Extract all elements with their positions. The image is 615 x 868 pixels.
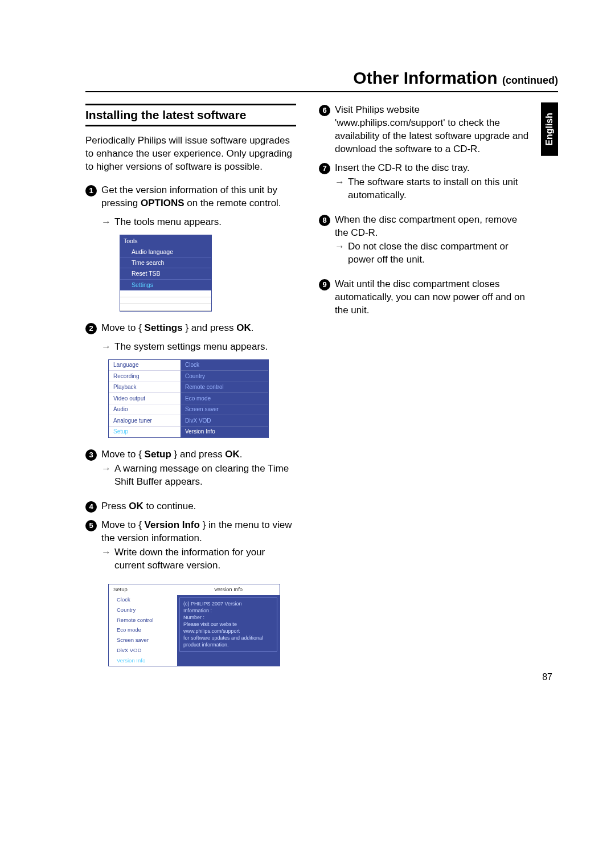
settings-right-item: Eco mode (181, 393, 268, 404)
step-2-bold-2: OK (236, 322, 251, 333)
step-4-text-b: to continue. (144, 501, 196, 511)
step-number-icon: 1 (85, 185, 97, 196)
version-left-item: Remote control (109, 615, 177, 625)
step-5: 5 Move to { Version Info } in the menu t… (85, 519, 296, 578)
step-3-bold-1: Setup (145, 449, 171, 460)
version-info-line: for software updates and additional (183, 634, 273, 641)
arrow-icon: → (335, 240, 345, 253)
step-number-icon: 2 (85, 323, 97, 334)
step-2-bold-1: Settings (145, 322, 183, 333)
arrow-icon: → (335, 176, 345, 189)
step-2-text-a: Move to { (101, 322, 145, 333)
step-4-text-a: Press (101, 501, 129, 511)
right-column: 6 Visit Philips website 'www.philips.com… (319, 104, 558, 677)
page-number: 87 (542, 672, 552, 682)
step-3-text-b: } and press (171, 449, 226, 460)
step-9-text: Wait until the disc compartment closes a… (335, 278, 530, 317)
step-8-text: When the disc compartment open, remove t… (335, 214, 517, 238)
step-number-icon: 9 (319, 279, 330, 290)
tools-item: Reset TSB (120, 268, 211, 279)
version-info-box: (c) PHILIPS 2007 Version Information : N… (179, 597, 277, 652)
settings-right-item-selected: Version Info (181, 427, 268, 438)
version-info-line: Information : (183, 607, 273, 614)
step-3: 3 Move to { Setup } and press OK. → A wa… (85, 448, 296, 494)
settings-left-item: Recording (109, 371, 181, 382)
version-left-item-selected: Version Info (109, 656, 177, 666)
step-8-arrow-text: Do not close the disc compartment or pow… (348, 240, 530, 267)
step-5-arrow-text: Write down the information for your curr… (114, 546, 296, 572)
arrow-icon: → (101, 341, 111, 354)
settings-left-item: Language (109, 360, 181, 371)
settings-right-item: DivX VOD (181, 415, 268, 427)
step-number-icon: 8 (319, 215, 330, 226)
version-info-line: product information. (183, 641, 273, 648)
settings-left-item: Playback (109, 382, 181, 394)
step-7: 7 Insert the CD-R to the disc tray. → Th… (319, 162, 530, 208)
step-number-icon: 6 (319, 105, 330, 116)
step-number-icon: 7 (319, 163, 330, 174)
step-2: 2 Move to { Settings } and press OK. (85, 322, 296, 335)
section-heading: Installing the latest software (85, 104, 296, 126)
page-title: Other Information (continued) (85, 68, 558, 92)
version-left-header: Setup (109, 584, 177, 595)
step-number-icon: 5 (85, 520, 97, 531)
step-1-text-b: on the remote control. (184, 198, 281, 208)
version-left-item: DivX VOD (109, 646, 177, 656)
step-3-arrow-text: A warning message on clearing the Time S… (114, 462, 296, 489)
step-4: 4 Press OK to continue. (85, 500, 296, 513)
version-info-line: (c) PHILIPS 2007 Version (183, 600, 273, 607)
step-2-text-b: } and press (183, 322, 237, 333)
version-left-item: Clock (109, 595, 177, 605)
settings-right-item: Remote control (181, 382, 268, 394)
settings-right-item: Country (181, 371, 268, 382)
arrow-icon: → (101, 216, 111, 229)
settings-left-item: Audio (109, 404, 181, 416)
tools-item: Audio language (120, 247, 211, 257)
settings-left-item: Analogue tuner (109, 415, 181, 427)
step-1-bold: OPTIONS (141, 198, 184, 208)
version-right-header: Version Info (177, 584, 280, 595)
version-info-line: Number : (183, 614, 273, 621)
step-7-arrow-text: The software starts to install on this u… (348, 176, 530, 202)
arrow-icon: → (101, 546, 111, 559)
version-left-item: Country (109, 605, 177, 615)
version-left-item: Screen saver (109, 636, 177, 646)
step-2-text-c: . (251, 322, 254, 333)
language-tab: English (541, 103, 558, 156)
step-5-text-a: Move to { (101, 519, 145, 530)
step-9: 9 Wait until the disc compartment closes… (319, 278, 530, 317)
settings-left-item: Video output (109, 393, 181, 404)
version-info-line: Please visit our website (183, 621, 273, 628)
step-1: 1 Get the version information of this un… (85, 184, 296, 210)
step-4-bold: OK (129, 501, 144, 511)
settings-right-item: Clock (181, 360, 268, 371)
left-column: Installing the latest software Periodica… (85, 104, 296, 677)
step-6-text: Visit Philips website 'www.philips.com/s… (335, 104, 530, 156)
page-title-continued: (continued) (502, 75, 558, 86)
step-1-arrow-text: The tools menu appears. (114, 216, 222, 229)
step-number-icon: 4 (85, 501, 97, 513)
version-info-line: www.philips.com/support (183, 628, 273, 634)
step-number-icon: 3 (85, 449, 97, 461)
step-3-text-c: . (240, 449, 243, 460)
step-8: 8 When the disc compartment open, remove… (319, 214, 530, 273)
step-2-result: → The system settings menu appears. (85, 341, 296, 354)
settings-right-item: Screen saver (181, 404, 268, 416)
arrow-icon: → (101, 462, 111, 476)
tools-item: Time search (120, 257, 211, 268)
step-7-text: Insert the CD-R to the disc tray. (335, 162, 470, 173)
step-3-bold-2: OK (225, 449, 240, 460)
tools-header: Tools (120, 235, 211, 247)
intro-paragraph: Periodically Philips will issue software… (85, 134, 296, 174)
figure-tools-menu: Tools Audio language Time search Reset T… (120, 235, 212, 312)
page-title-text: Other Information (353, 68, 497, 87)
step-2-arrow-text: The system settings menu appears. (114, 341, 268, 354)
version-left-item: Eco mode (109, 625, 177, 636)
tools-item-selected: Settings (120, 280, 211, 290)
figure-version-info: Setup Clock Country Remote control Eco m… (108, 584, 280, 667)
step-3-text-a: Move to { (101, 449, 145, 460)
step-1-result: → The tools menu appears. (85, 216, 296, 229)
step-6: 6 Visit Philips website 'www.philips.com… (319, 104, 530, 156)
settings-left-item-selected: Setup (109, 427, 181, 438)
step-5-bold-1: Version Info (145, 519, 200, 530)
